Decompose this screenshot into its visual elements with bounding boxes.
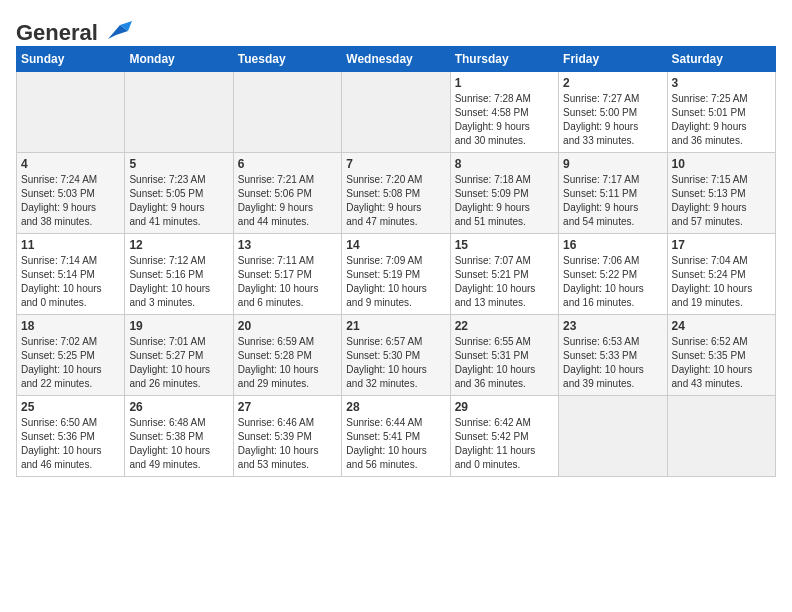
day-info: Sunrise: 7:15 AM Sunset: 5:13 PM Dayligh… xyxy=(672,173,771,229)
day-info: Sunrise: 6:48 AM Sunset: 5:38 PM Dayligh… xyxy=(129,416,228,472)
calendar-cell xyxy=(667,396,775,477)
day-info: Sunrise: 7:23 AM Sunset: 5:05 PM Dayligh… xyxy=(129,173,228,229)
calendar-header-friday: Friday xyxy=(559,47,667,72)
day-number: 18 xyxy=(21,319,120,333)
calendar-cell: 2Sunrise: 7:27 AM Sunset: 5:00 PM Daylig… xyxy=(559,72,667,153)
day-number: 6 xyxy=(238,157,337,171)
calendar-cell: 15Sunrise: 7:07 AM Sunset: 5:21 PM Dayli… xyxy=(450,234,558,315)
day-number: 22 xyxy=(455,319,554,333)
day-info: Sunrise: 6:42 AM Sunset: 5:42 PM Dayligh… xyxy=(455,416,554,472)
calendar-week-row: 25Sunrise: 6:50 AM Sunset: 5:36 PM Dayli… xyxy=(17,396,776,477)
calendar-cell: 4Sunrise: 7:24 AM Sunset: 5:03 PM Daylig… xyxy=(17,153,125,234)
day-info: Sunrise: 7:27 AM Sunset: 5:00 PM Dayligh… xyxy=(563,92,662,148)
calendar-header-tuesday: Tuesday xyxy=(233,47,341,72)
day-number: 14 xyxy=(346,238,445,252)
day-info: Sunrise: 7:28 AM Sunset: 4:58 PM Dayligh… xyxy=(455,92,554,148)
calendar-header-monday: Monday xyxy=(125,47,233,72)
day-number: 13 xyxy=(238,238,337,252)
calendar-cell xyxy=(233,72,341,153)
calendar-cell xyxy=(125,72,233,153)
day-number: 7 xyxy=(346,157,445,171)
calendar-header-thursday: Thursday xyxy=(450,47,558,72)
calendar-week-row: 4Sunrise: 7:24 AM Sunset: 5:03 PM Daylig… xyxy=(17,153,776,234)
day-info: Sunrise: 7:12 AM Sunset: 5:16 PM Dayligh… xyxy=(129,254,228,310)
calendar-cell: 9Sunrise: 7:17 AM Sunset: 5:11 PM Daylig… xyxy=(559,153,667,234)
calendar-cell: 29Sunrise: 6:42 AM Sunset: 5:42 PM Dayli… xyxy=(450,396,558,477)
day-number: 8 xyxy=(455,157,554,171)
day-info: Sunrise: 6:44 AM Sunset: 5:41 PM Dayligh… xyxy=(346,416,445,472)
calendar-header-sunday: Sunday xyxy=(17,47,125,72)
calendar-cell: 23Sunrise: 6:53 AM Sunset: 5:33 PM Dayli… xyxy=(559,315,667,396)
calendar-week-row: 11Sunrise: 7:14 AM Sunset: 5:14 PM Dayli… xyxy=(17,234,776,315)
calendar-cell xyxy=(342,72,450,153)
logo-bird-icon xyxy=(100,21,132,45)
day-number: 24 xyxy=(672,319,771,333)
calendar-cell: 22Sunrise: 6:55 AM Sunset: 5:31 PM Dayli… xyxy=(450,315,558,396)
calendar-cell: 10Sunrise: 7:15 AM Sunset: 5:13 PM Dayli… xyxy=(667,153,775,234)
calendar-table: SundayMondayTuesdayWednesdayThursdayFrid… xyxy=(16,46,776,477)
day-info: Sunrise: 7:06 AM Sunset: 5:22 PM Dayligh… xyxy=(563,254,662,310)
day-info: Sunrise: 7:11 AM Sunset: 5:17 PM Dayligh… xyxy=(238,254,337,310)
day-info: Sunrise: 7:09 AM Sunset: 5:19 PM Dayligh… xyxy=(346,254,445,310)
calendar-cell: 24Sunrise: 6:52 AM Sunset: 5:35 PM Dayli… xyxy=(667,315,775,396)
day-info: Sunrise: 7:20 AM Sunset: 5:08 PM Dayligh… xyxy=(346,173,445,229)
calendar-cell: 3Sunrise: 7:25 AM Sunset: 5:01 PM Daylig… xyxy=(667,72,775,153)
day-number: 10 xyxy=(672,157,771,171)
calendar-cell: 27Sunrise: 6:46 AM Sunset: 5:39 PM Dayli… xyxy=(233,396,341,477)
calendar-cell: 25Sunrise: 6:50 AM Sunset: 5:36 PM Dayli… xyxy=(17,396,125,477)
calendar-cell xyxy=(17,72,125,153)
day-info: Sunrise: 6:57 AM Sunset: 5:30 PM Dayligh… xyxy=(346,335,445,391)
day-info: Sunrise: 7:25 AM Sunset: 5:01 PM Dayligh… xyxy=(672,92,771,148)
day-number: 23 xyxy=(563,319,662,333)
day-info: Sunrise: 7:14 AM Sunset: 5:14 PM Dayligh… xyxy=(21,254,120,310)
calendar-cell: 20Sunrise: 6:59 AM Sunset: 5:28 PM Dayli… xyxy=(233,315,341,396)
day-info: Sunrise: 7:04 AM Sunset: 5:24 PM Dayligh… xyxy=(672,254,771,310)
calendar-cell: 28Sunrise: 6:44 AM Sunset: 5:41 PM Dayli… xyxy=(342,396,450,477)
calendar-cell: 1Sunrise: 7:28 AM Sunset: 4:58 PM Daylig… xyxy=(450,72,558,153)
day-number: 28 xyxy=(346,400,445,414)
calendar-cell: 17Sunrise: 7:04 AM Sunset: 5:24 PM Dayli… xyxy=(667,234,775,315)
day-number: 12 xyxy=(129,238,228,252)
day-number: 27 xyxy=(238,400,337,414)
day-number: 19 xyxy=(129,319,228,333)
day-number: 5 xyxy=(129,157,228,171)
calendar-cell: 19Sunrise: 7:01 AM Sunset: 5:27 PM Dayli… xyxy=(125,315,233,396)
calendar-cell: 18Sunrise: 7:02 AM Sunset: 5:25 PM Dayli… xyxy=(17,315,125,396)
calendar-header-wednesday: Wednesday xyxy=(342,47,450,72)
day-info: Sunrise: 6:59 AM Sunset: 5:28 PM Dayligh… xyxy=(238,335,337,391)
day-number: 17 xyxy=(672,238,771,252)
calendar-cell: 14Sunrise: 7:09 AM Sunset: 5:19 PM Dayli… xyxy=(342,234,450,315)
day-number: 4 xyxy=(21,157,120,171)
day-number: 11 xyxy=(21,238,120,252)
calendar-cell: 8Sunrise: 7:18 AM Sunset: 5:09 PM Daylig… xyxy=(450,153,558,234)
day-number: 20 xyxy=(238,319,337,333)
day-info: Sunrise: 7:02 AM Sunset: 5:25 PM Dayligh… xyxy=(21,335,120,391)
logo-general: General xyxy=(16,20,98,46)
day-number: 1 xyxy=(455,76,554,90)
day-number: 21 xyxy=(346,319,445,333)
day-info: Sunrise: 7:24 AM Sunset: 5:03 PM Dayligh… xyxy=(21,173,120,229)
calendar-cell: 26Sunrise: 6:48 AM Sunset: 5:38 PM Dayli… xyxy=(125,396,233,477)
calendar-week-row: 18Sunrise: 7:02 AM Sunset: 5:25 PM Dayli… xyxy=(17,315,776,396)
day-number: 25 xyxy=(21,400,120,414)
calendar-week-row: 1Sunrise: 7:28 AM Sunset: 4:58 PM Daylig… xyxy=(17,72,776,153)
calendar-cell: 11Sunrise: 7:14 AM Sunset: 5:14 PM Dayli… xyxy=(17,234,125,315)
day-info: Sunrise: 6:53 AM Sunset: 5:33 PM Dayligh… xyxy=(563,335,662,391)
day-info: Sunrise: 6:52 AM Sunset: 5:35 PM Dayligh… xyxy=(672,335,771,391)
day-number: 9 xyxy=(563,157,662,171)
calendar-cell: 21Sunrise: 6:57 AM Sunset: 5:30 PM Dayli… xyxy=(342,315,450,396)
calendar-cell: 16Sunrise: 7:06 AM Sunset: 5:22 PM Dayli… xyxy=(559,234,667,315)
day-info: Sunrise: 7:17 AM Sunset: 5:11 PM Dayligh… xyxy=(563,173,662,229)
day-info: Sunrise: 7:01 AM Sunset: 5:27 PM Dayligh… xyxy=(129,335,228,391)
calendar-header-saturday: Saturday xyxy=(667,47,775,72)
calendar-cell: 5Sunrise: 7:23 AM Sunset: 5:05 PM Daylig… xyxy=(125,153,233,234)
calendar-cell: 12Sunrise: 7:12 AM Sunset: 5:16 PM Dayli… xyxy=(125,234,233,315)
calendar-cell: 13Sunrise: 7:11 AM Sunset: 5:17 PM Dayli… xyxy=(233,234,341,315)
calendar-header-row: SundayMondayTuesdayWednesdayThursdayFrid… xyxy=(17,47,776,72)
day-info: Sunrise: 6:50 AM Sunset: 5:36 PM Dayligh… xyxy=(21,416,120,472)
day-number: 2 xyxy=(563,76,662,90)
day-number: 15 xyxy=(455,238,554,252)
day-number: 3 xyxy=(672,76,771,90)
logo: General xyxy=(16,20,132,42)
day-info: Sunrise: 7:21 AM Sunset: 5:06 PM Dayligh… xyxy=(238,173,337,229)
